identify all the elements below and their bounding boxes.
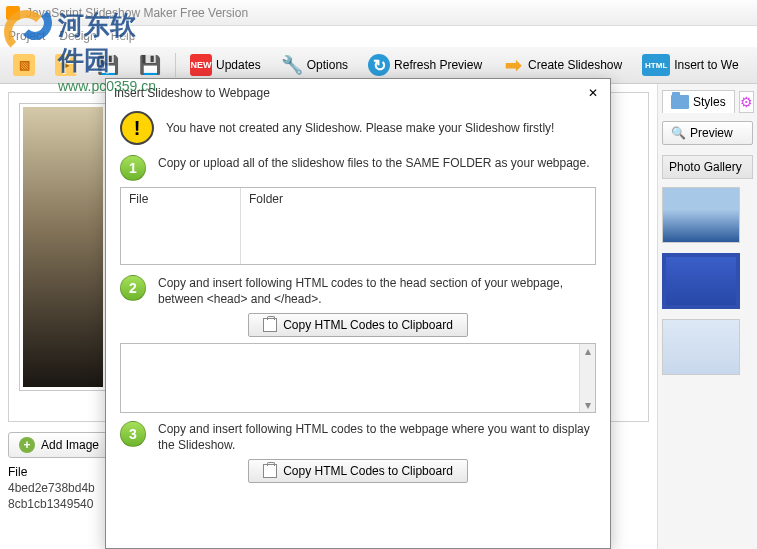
wrench-icon: 🔧	[281, 54, 303, 76]
dialog-body: ! You have not created any Slideshow. Pl…	[106, 107, 610, 548]
step-1-icon: 1	[120, 155, 146, 181]
dialog-title: Insert Slideshow to Webpage	[114, 86, 270, 100]
updates-label: Updates	[216, 58, 261, 72]
options-button[interactable]: 🔧 Options	[272, 50, 357, 80]
slide-thumbnail[interactable]	[19, 103, 107, 391]
copy-btn-label: Copy HTML Codes to Clipboard	[283, 318, 453, 332]
gallery-style-thumb[interactable]	[662, 253, 740, 309]
copy-btn2-label: Copy HTML Codes to Clipboard	[283, 464, 453, 478]
grid-col-folder: Folder	[249, 192, 283, 206]
grid-col-file: File	[129, 192, 232, 206]
app-icon	[6, 6, 20, 20]
gallery-style-thumb[interactable]	[662, 187, 740, 243]
styles-tab-label: Styles	[693, 95, 726, 109]
step-3-text: Copy and insert following HTML codes to …	[158, 421, 596, 453]
head-code-textarea[interactable]: ▴▾	[120, 343, 596, 413]
preview-label: Preview	[690, 126, 733, 140]
scroll-down-icon: ▾	[585, 398, 591, 412]
add-image-button[interactable]: + Add Image	[8, 432, 110, 458]
window-titlebar: JavaScript Slideshow Maker Free Version	[0, 0, 757, 26]
gear-icon: ⚙	[740, 94, 753, 110]
menu-help[interactable]: Help	[111, 29, 136, 43]
options-label: Options	[307, 58, 348, 72]
preview-button[interactable]: 🔍 Preview	[662, 121, 753, 145]
gallery-style-thumb[interactable]	[662, 319, 740, 375]
category-header: Photo Gallery	[662, 155, 753, 179]
toolbar-new-button[interactable]: ▧	[4, 50, 44, 80]
updates-icon: NEW	[190, 54, 212, 76]
plus-icon: +	[19, 437, 35, 453]
clipboard-icon	[263, 464, 277, 478]
refresh-label: Refresh Preview	[394, 58, 482, 72]
file-folder-grid[interactable]: File Folder	[120, 187, 596, 265]
styles-tab[interactable]: Styles	[662, 90, 735, 113]
menu-project[interactable]: Project	[8, 29, 45, 43]
menu-design[interactable]: Design	[59, 29, 96, 43]
close-icon: ✕	[588, 86, 598, 100]
window-title: JavaScript Slideshow Maker Free Version	[26, 6, 248, 20]
step-2-text: Copy and insert following HTML codes to …	[158, 275, 596, 307]
step-1-text: Copy or upload all of the slideshow file…	[158, 155, 590, 181]
slide-image	[23, 107, 103, 387]
create-slideshow-button[interactable]: ➡ Create Slideshow	[493, 50, 631, 80]
magnifier-icon: 🔍	[671, 126, 686, 140]
insert-label: Insert to We	[674, 58, 738, 72]
html-icon: HTML	[642, 54, 670, 76]
create-icon: ➡	[502, 54, 524, 76]
toolbar-saveas-button[interactable]: 💾	[130, 50, 170, 80]
copy-html-body-button[interactable]: Copy HTML Codes to Clipboard	[248, 459, 468, 483]
toolbar-open-button[interactable]: ▸	[46, 50, 86, 80]
insert-to-web-button[interactable]: HTML Insert to We	[633, 50, 747, 80]
folder-icon	[671, 95, 689, 109]
toolbar-save-button[interactable]: 💾	[88, 50, 128, 80]
clipboard-icon	[263, 318, 277, 332]
refresh-preview-button[interactable]: ↻ Refresh Preview	[359, 50, 491, 80]
step-2-icon: 2	[120, 275, 146, 301]
warning-icon: !	[120, 111, 154, 145]
updates-button[interactable]: NEW Updates	[181, 50, 270, 80]
create-label: Create Slideshow	[528, 58, 622, 72]
scroll-up-icon: ▴	[585, 344, 591, 358]
copy-html-head-button[interactable]: Copy HTML Codes to Clipboard	[248, 313, 468, 337]
scrollbar[interactable]: ▴▾	[579, 344, 595, 412]
menu-bar: Project Design Help	[0, 26, 757, 46]
right-panel: Styles ⚙ 🔍 Preview Photo Gallery	[657, 84, 757, 549]
settings-button[interactable]: ⚙	[739, 91, 754, 113]
step-3-icon: 3	[120, 421, 146, 447]
refresh-icon: ↻	[368, 54, 390, 76]
dialog-header: Insert Slideshow to Webpage ✕	[106, 79, 610, 107]
add-image-label: Add Image	[41, 438, 99, 452]
close-button[interactable]: ✕	[584, 84, 602, 102]
insert-slideshow-dialog: Insert Slideshow to Webpage ✕ ! You have…	[105, 78, 611, 549]
warning-text: You have not created any Slideshow. Plea…	[166, 120, 554, 136]
toolbar-separator	[175, 53, 176, 77]
